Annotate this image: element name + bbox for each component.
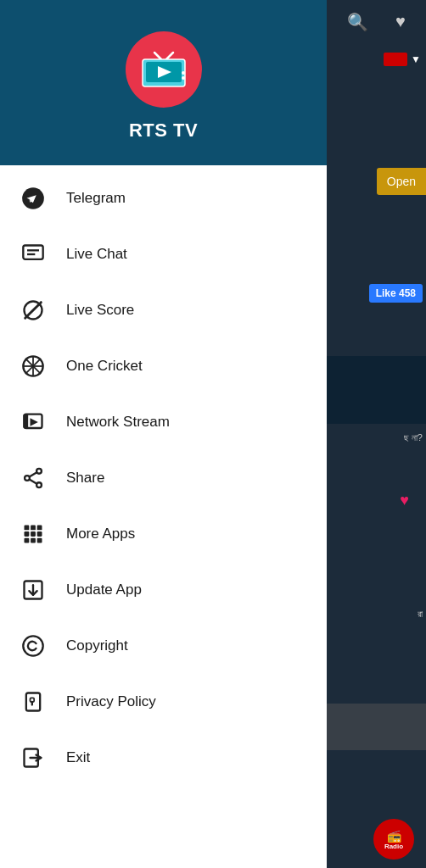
- live-score-label: Live Score: [66, 302, 134, 319]
- svg-rect-26: [25, 526, 30, 531]
- heart-icon[interactable]: ♥: [395, 12, 406, 32]
- radio-icon: 📻: [387, 829, 401, 843]
- menu-item-telegram[interactable]: Telegram: [0, 170, 327, 226]
- network-stream-icon: [19, 408, 48, 437]
- svg-line-25: [30, 479, 37, 483]
- svg-rect-34: [37, 538, 42, 543]
- svg-point-38: [23, 636, 42, 655]
- app-logo: [126, 31, 202, 108]
- svg-rect-20: [23, 415, 28, 428]
- svg-rect-33: [31, 538, 36, 543]
- top-icons: 🔍 ♥: [327, 0, 426, 44]
- exit-icon: [19, 743, 48, 772]
- share-icon: [19, 464, 48, 492]
- menu-item-live-score[interactable]: Live Score: [0, 282, 327, 338]
- one-cricket-label: One Cricket: [66, 358, 143, 375]
- update-app-icon: [19, 576, 48, 604]
- svg-point-5: [182, 71, 185, 75]
- svg-rect-32: [25, 538, 30, 543]
- text-snippet: ছ না?: [404, 432, 423, 443]
- svg-point-6: [182, 76, 185, 80]
- chevron-down-icon: ▼: [411, 53, 421, 65]
- heart-indicator: ♥: [400, 492, 409, 509]
- menu-item-copyright[interactable]: Copyright: [0, 618, 327, 674]
- copyright-icon: [19, 632, 48, 660]
- menu-item-update-app[interactable]: Update App: [0, 562, 327, 618]
- privacy-policy-icon: [19, 687, 48, 716]
- menu-item-privacy-policy[interactable]: Privacy Policy: [0, 674, 327, 730]
- text-snippet-2: রা: [418, 609, 423, 620]
- flag-icon: [384, 53, 407, 66]
- menu-item-more-apps[interactable]: More Apps: [0, 506, 327, 562]
- app-title: RTS TV: [129, 120, 198, 142]
- flag-badge: ▼: [384, 53, 421, 66]
- svg-line-12: [25, 303, 42, 319]
- svg-point-21: [36, 469, 42, 474]
- search-icon[interactable]: 🔍: [347, 12, 368, 32]
- svg-rect-30: [31, 531, 36, 537]
- telegram-icon: [19, 184, 48, 213]
- dark-block: [327, 356, 426, 424]
- svg-rect-28: [37, 526, 42, 531]
- like-badge[interactable]: Like 458: [369, 284, 423, 303]
- gray-block: [327, 704, 426, 750]
- svg-rect-31: [37, 531, 42, 537]
- menu-item-exit[interactable]: Exit: [0, 730, 327, 786]
- open-button[interactable]: Open: [377, 168, 426, 195]
- svg-point-23: [25, 476, 30, 481]
- exit-label: Exit: [66, 749, 90, 766]
- svg-rect-29: [25, 531, 30, 537]
- radio-button[interactable]: 📻 Radio: [373, 819, 414, 860]
- more-apps-icon: [19, 520, 48, 548]
- menu-list: Telegram Live Chat Live Score: [0, 165, 327, 868]
- network-stream-label: Network Stream: [66, 414, 170, 431]
- right-panel: 🔍 ♥ ▼ Open Like 458 ছ না? ♥ রা 📻 Radio: [327, 0, 426, 868]
- menu-item-one-cricket[interactable]: One Cricket: [0, 338, 327, 394]
- menu-item-live-chat[interactable]: Live Chat: [0, 226, 327, 282]
- more-apps-label: More Apps: [66, 526, 135, 542]
- update-app-label: Update App: [66, 581, 142, 598]
- menu-item-share[interactable]: Share: [0, 450, 327, 506]
- share-label: Share: [66, 470, 104, 487]
- radio-label: Radio: [384, 843, 403, 850]
- live-chat-label: Live Chat: [66, 246, 127, 263]
- privacy-policy-label: Privacy Policy: [66, 693, 156, 710]
- svg-line-0: [154, 53, 161, 59]
- svg-rect-8: [23, 246, 42, 259]
- menu-item-network-stream[interactable]: Network Stream: [0, 394, 327, 450]
- one-cricket-icon: [19, 352, 48, 381]
- tv-icon: [139, 51, 188, 88]
- telegram-label: Telegram: [66, 190, 126, 207]
- svg-point-22: [36, 482, 42, 487]
- drawer-header: RTS TV: [0, 0, 327, 165]
- svg-marker-19: [31, 418, 38, 426]
- copyright-label: Copyright: [66, 637, 128, 654]
- live-chat-icon: [19, 240, 48, 269]
- svg-line-1: [166, 53, 173, 59]
- svg-line-24: [30, 472, 37, 476]
- live-score-icon: [19, 296, 48, 325]
- svg-rect-27: [31, 526, 36, 531]
- navigation-drawer: RTS TV Telegram Live Cha: [0, 0, 327, 868]
